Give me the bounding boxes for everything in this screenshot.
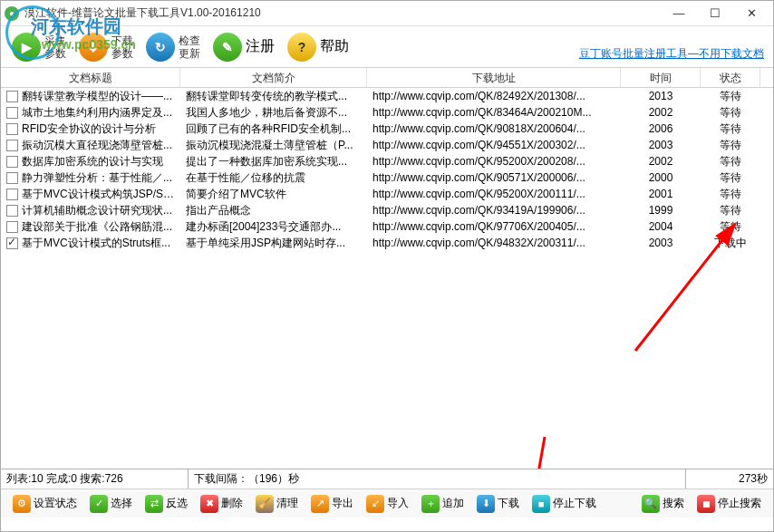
check-update-button[interactable]: ↻ 检查更新 [140,31,206,63]
table-row[interactable]: 计算机辅助概念设计研究现状...指出产品概念http://www.cqvip.c… [1,202,773,218]
gear-icon: ⚙ [13,495,31,513]
content-area: 文档标题 文档简介 下载地址 时间 状态 翻转课堂教学模型的设计——...翻转课… [1,68,773,469]
maximize-button[interactable]: ☐ [697,3,733,24]
stop-download-button[interactable]: ■停止下载 [527,493,601,515]
col-time[interactable]: 时间 [621,68,701,87]
search-button[interactable]: 🔍搜索 [637,493,689,515]
invert-icon: ⇄ [145,495,163,513]
append-icon: ＋ [421,495,440,513]
col-status[interactable]: 状态 [701,68,760,87]
bottom-toolbar: ⚙设置状态 ✓选择 ⇄反选 ✖删除 🧹清理 ↗导出 ↙导入 ＋追加 ⬇下载 ■停… [1,488,773,517]
minimize-button[interactable]: — [661,3,697,24]
stop-search-button[interactable]: ⏹停止搜索 [692,493,766,515]
row-checkbox[interactable] [6,205,18,217]
table-row[interactable]: 静力弹塑性分析：基于性能／...在基于性能／位移的抗震http://www.cq… [1,169,773,186]
table-body[interactable]: 翻转课堂教学模型的设计——...翻转课堂即转变传统的教学模式...http://… [1,88,773,469]
row-checkbox[interactable] [6,189,18,200]
row-checkbox[interactable] [6,107,18,119]
row-checkbox[interactable] [6,91,18,102]
main-toolbar: ▶ 采集参数 ⬇ 下载参数 ↻ 检查更新 ✎ 注册 ? 帮助 豆丁账号批量注册工… [1,26,773,68]
titlebar: ● 漠江软件-维普论文批量下载工具V1.00-20161210 — ☐ ✕ [1,1,773,26]
col-title[interactable]: 文档标题 [1,68,180,87]
promo-link[interactable]: 豆丁账号批量注册工具—不用下载文档 [579,46,764,62]
row-checkbox[interactable] [6,123,18,135]
invert-button[interactable]: ⇄反选 [140,493,192,515]
close-button[interactable]: ✕ [733,3,769,24]
col-url[interactable]: 下载地址 [367,68,621,87]
status-bar: 列表:10 完成:0 搜索:726 下载间隔：（196）秒 273秒 [1,469,773,488]
status-timer: 273秒 [686,469,773,488]
download-button[interactable]: ⬇下载 [472,493,524,515]
register-icon: ✎ [213,33,242,62]
table-row[interactable]: 基于MVC设计模式的Struts框...基于单纯采用JSP构建网站时存...ht… [1,235,773,251]
select-button[interactable]: ✓选择 [85,493,137,515]
download-action-icon: ⬇ [477,495,495,513]
row-checkbox[interactable] [6,172,18,184]
append-button[interactable]: ＋追加 [417,493,469,515]
svg-line-1 [531,437,545,469]
clear-button[interactable]: 🧹清理 [251,493,303,515]
table-header: 文档标题 文档简介 下载地址 时间 状态 [1,68,773,88]
delete-icon: ✖ [200,495,218,513]
col-desc[interactable]: 文档简介 [180,68,367,87]
download-icon: ⬇ [79,33,108,62]
download-params-button[interactable]: ⬇ 下载参数 [73,31,139,63]
table-row[interactable]: 数据库加密系统的设计与实现提出了一种数据库加密系统实现...http://www… [1,153,773,169]
collect-params-button[interactable]: ▶ 采集参数 [6,31,72,63]
table-row[interactable]: 振动沉模大直径现浇薄壁管桩...振动沉模现浇混凝土薄壁管桩（P...http:/… [1,137,773,153]
row-checkbox[interactable] [6,221,18,233]
table-row[interactable]: 建设部关于批准《公路钢筋混...建办标函[2004]233号交通部办...htt… [1,218,773,235]
delete-button[interactable]: ✖删除 [196,493,247,515]
window-title: 漠江软件-维普论文批量下载工具V1.00-20161210 [24,5,661,21]
table-row[interactable]: RFID安全协议的设计与分析回顾了已有的各种RFID安全机制...http://… [1,121,773,137]
row-checkbox[interactable] [6,156,18,168]
check-icon: ✓ [90,495,108,513]
status-counts: 列表:10 完成:0 搜索:726 [1,469,189,488]
export-icon: ↗ [311,495,329,513]
collect-icon: ▶ [12,33,41,62]
stop-download-icon: ■ [532,495,550,513]
help-button[interactable]: ? 帮助 [282,31,354,63]
stop-search-icon: ⏹ [697,495,715,513]
import-button[interactable]: ↙导入 [362,493,413,515]
search-icon: 🔍 [642,495,660,513]
table-row[interactable]: 基于MVC设计模式构筑JSP/Serv...简要介绍了MVC软件http://w… [1,186,773,202]
help-icon: ? [287,33,316,62]
register-button[interactable]: ✎ 注册 [208,31,280,63]
set-state-button[interactable]: ⚙设置状态 [8,493,82,515]
row-checkbox[interactable] [6,140,18,151]
status-interval: 下载间隔：（196）秒 [189,469,686,488]
table-row[interactable]: 翻转课堂教学模型的设计——...翻转课堂即转变传统的教学模式...http://… [1,88,773,104]
import-icon: ↙ [366,495,384,513]
app-icon: ● [5,6,19,21]
table-row[interactable]: 城市土地集约利用内涵界定及...我国人多地少，耕地后备资源不...http://… [1,104,773,121]
annotation-arrow-2 [508,432,563,469]
broom-icon: 🧹 [256,495,274,513]
row-checkbox[interactable] [6,237,18,249]
update-icon: ↻ [146,33,175,62]
export-button[interactable]: ↗导出 [306,493,358,515]
